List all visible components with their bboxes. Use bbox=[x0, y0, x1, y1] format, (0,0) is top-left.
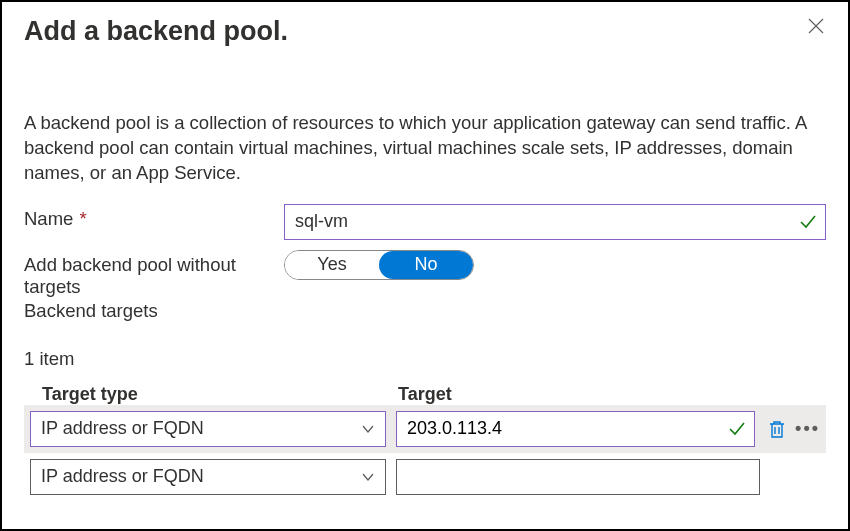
close-icon[interactable] bbox=[802, 16, 830, 36]
page-title: Add a backend pool. bbox=[24, 16, 288, 47]
target-input[interactable] bbox=[396, 459, 760, 495]
backend-targets-label: Backend targets bbox=[24, 300, 826, 322]
table-row: IP address or FQDN ••• bbox=[24, 405, 826, 453]
chevron-down-icon bbox=[361, 470, 375, 484]
delete-icon[interactable] bbox=[765, 417, 789, 441]
name-input[interactable] bbox=[284, 204, 826, 240]
description-text: A backend pool is a collection of resour… bbox=[24, 111, 826, 186]
toggle-no[interactable]: No bbox=[379, 251, 473, 279]
toggle-yes[interactable]: Yes bbox=[285, 251, 379, 279]
target-type-value: IP address or FQDN bbox=[41, 466, 204, 487]
target-type-select[interactable]: IP address or FQDN bbox=[30, 411, 386, 447]
table-row: IP address or FQDN bbox=[24, 453, 826, 501]
target-type-value: IP address or FQDN bbox=[41, 418, 204, 439]
target-type-select[interactable]: IP address or FQDN bbox=[30, 459, 386, 495]
chevron-down-icon bbox=[361, 422, 375, 436]
target-input[interactable] bbox=[396, 411, 755, 447]
add-without-targets-label: Add backend pool without targets bbox=[24, 250, 284, 298]
column-target-type: Target type bbox=[42, 384, 398, 405]
name-label: Name * bbox=[24, 204, 284, 230]
column-target: Target bbox=[398, 384, 826, 405]
item-count: 1 item bbox=[24, 348, 826, 370]
more-icon[interactable]: ••• bbox=[793, 416, 822, 441]
without-targets-toggle[interactable]: Yes No bbox=[284, 250, 474, 280]
required-asterisk: * bbox=[74, 208, 86, 229]
check-icon bbox=[798, 212, 818, 232]
check-icon bbox=[727, 419, 747, 439]
targets-table: Target type Target IP address or FQDN ••… bbox=[24, 384, 826, 501]
